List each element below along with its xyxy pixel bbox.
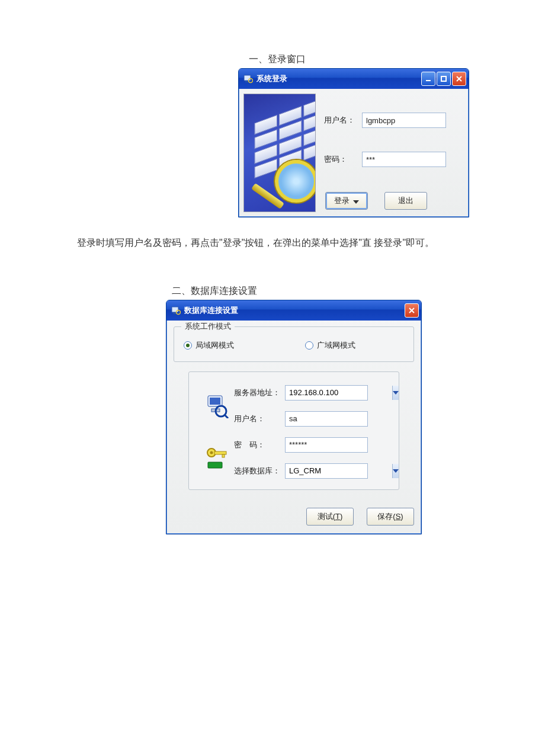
save-button[interactable]: 保存(S) [367,508,414,526]
workmode-group: 系统工作模式 局域网模式 广域网模式 [174,326,414,362]
minimize-button[interactable] [421,72,435,86]
maximize-button[interactable] [437,72,451,86]
svg-marker-24 [393,469,399,473]
svg-rect-4 [441,76,446,81]
db-password-input[interactable] [285,437,368,453]
radio-icon [184,341,192,350]
server-label: 服务器地址： [234,387,285,398]
svg-marker-18 [393,391,399,395]
database-combo[interactable] [285,463,368,479]
app-icon [171,306,181,315]
db-settings-panel: 服务器地址： 用户名： [188,371,399,490]
svg-line-17 [225,415,228,418]
server-input[interactable] [286,386,392,400]
login-titlebar[interactable]: 系统登录 [239,69,469,89]
login-illustration [243,94,316,212]
password-input[interactable] [362,152,446,167]
workmode-group-title: 系统工作模式 [181,321,235,332]
svg-rect-0 [244,75,251,81]
section1-heading: 一、登录窗口 [249,53,468,66]
db-password-label: 密 码： [234,440,285,450]
dropdown-arrow-icon [353,197,359,206]
svg-rect-22 [222,454,225,457]
save-button-label: 保存(S) [377,511,403,522]
exit-button[interactable]: 退出 [384,192,427,210]
chevron-down-icon[interactable] [392,386,399,400]
login-button-label: 登录 [334,196,350,206]
db-select-label: 选择数据库： [234,466,285,476]
svg-marker-7 [353,200,359,204]
dbconn-titlebar[interactable]: 数据库连接设置 [166,300,421,321]
key-icon [200,446,234,470]
close-button[interactable] [452,72,466,86]
section1-description: 登录时填写用户名及密码，再点击"登录"按钮，在弹出的菜单中选择"直 接登录"即可… [77,230,468,255]
svg-rect-8 [172,307,178,312]
server-icon [200,393,234,418]
login-button[interactable]: 登录 [325,192,368,210]
test-button[interactable]: 测试(T) [306,508,354,526]
svg-point-20 [210,451,213,454]
radio-icon [305,341,313,350]
app-icon [243,74,253,84]
close-button[interactable] [405,303,419,318]
server-combo[interactable] [285,385,368,401]
radio-lan[interactable]: 局域网模式 [184,340,234,351]
radio-lan-label: 局域网模式 [195,340,234,351]
svg-rect-21 [214,451,226,454]
database-input[interactable] [286,464,392,478]
db-username-label: 用户名： [234,414,285,424]
db-username-input[interactable] [285,411,368,427]
username-input[interactable] [362,113,446,128]
chevron-down-icon[interactable] [392,464,399,478]
login-window: 系统登录 用户名： [238,68,469,217]
dbconn-window: 数据库连接设置 系统工作模式 局域网模式 广域网模式 [166,300,422,534]
login-title: 系统登录 [257,73,418,84]
username-label: 用户名： [324,115,357,126]
radio-wan-label: 广域网模式 [317,340,355,351]
svg-rect-23 [208,462,222,468]
dbconn-title: 数据库连接设置 [184,305,401,316]
test-button-label: 测试(T) [318,511,343,522]
section2-heading: 二、数据库连接设置 [172,285,468,297]
radio-wan[interactable]: 广域网模式 [305,340,355,351]
password-label: 密码： [324,154,357,165]
svg-rect-14 [210,398,220,405]
exit-button-label: 退出 [398,196,413,206]
